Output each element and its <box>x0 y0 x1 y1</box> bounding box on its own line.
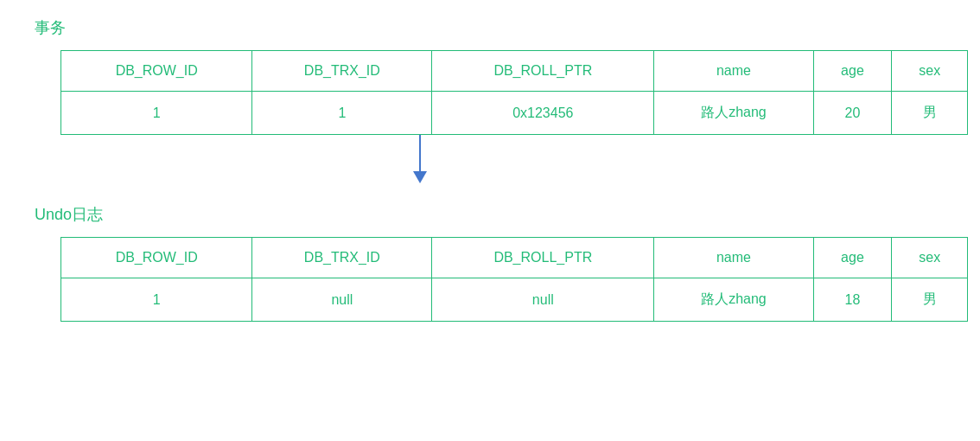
section1-col-db-trx-id: DB_TRX_ID <box>252 51 432 92</box>
section2-cell-name: 路人zhang <box>654 278 813 322</box>
arrow-line <box>419 135 421 175</box>
section1-header-row: DB_ROW_ID DB_TRX_ID DB_ROLL_PTR name age… <box>61 51 968 92</box>
section2-cell-row-id: 1 <box>61 278 252 322</box>
section1-cell-name: 路人zhang <box>654 92 813 135</box>
section1-table: DB_ROW_ID DB_TRX_ID DB_ROLL_PTR name age… <box>60 50 968 135</box>
section1-cell-sex: 男 <box>892 92 968 135</box>
section2-header-row: DB_ROW_ID DB_TRX_ID DB_ROLL_PTR name age… <box>61 238 968 278</box>
section2-label: Undo日志 <box>35 204 945 225</box>
arrow-wrapper <box>60 135 968 204</box>
section1-data-row: 1 1 0x123456 路人zhang 20 男 <box>61 92 968 135</box>
section2-col-db-roll-ptr: DB_ROLL_PTR <box>432 238 654 278</box>
section2-col-db-row-id: DB_ROW_ID <box>61 238 252 278</box>
section2-cell-age: 18 <box>813 278 892 322</box>
section1-col-db-row-id: DB_ROW_ID <box>61 51 252 92</box>
section2-cell-sex: 男 <box>892 278 968 322</box>
arrow-head <box>413 171 427 183</box>
section1-cell-trx-id: 1 <box>252 92 432 135</box>
section1-cell-age: 20 <box>813 92 892 135</box>
section1-col-db-roll-ptr: DB_ROLL_PTR <box>432 51 654 92</box>
section2-col-db-trx-id: DB_TRX_ID <box>252 238 432 278</box>
section2-col-age: age <box>813 238 892 278</box>
section2-cell-roll-ptr: null <box>432 278 654 322</box>
section2-data-row: 1 null null 路人zhang 18 男 <box>61 278 968 322</box>
section2-cell-trx-id: null <box>252 278 432 322</box>
section1-cell-roll-ptr: 0x123456 <box>432 92 654 135</box>
section1-col-name: name <box>654 51 813 92</box>
section1-col-age: age <box>813 51 892 92</box>
section2-col-sex: sex <box>892 238 968 278</box>
section1-col-sex: sex <box>892 51 968 92</box>
section1-label: 事务 <box>35 17 945 38</box>
section2-table: DB_ROW_ID DB_TRX_ID DB_ROLL_PTR name age… <box>60 237 968 322</box>
section1-cell-row-id: 1 <box>61 92 252 135</box>
section2-col-name: name <box>654 238 813 278</box>
